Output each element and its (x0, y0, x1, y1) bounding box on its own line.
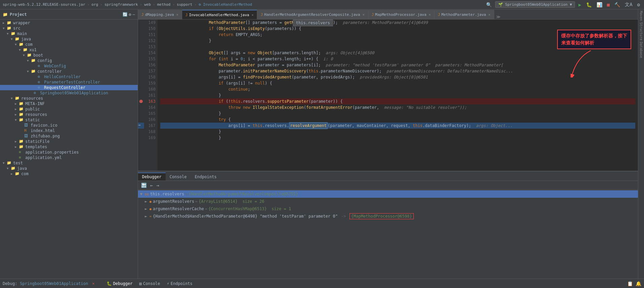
tab-close-icon[interactable]: × (429, 13, 431, 17)
structure-label[interactable]: Structure (639, 22, 643, 40)
tab-close-icon[interactable]: × (363, 13, 365, 17)
expand-icon[interactable]: ► (145, 199, 149, 204)
event-log-icon[interactable]: 📋 (627, 281, 633, 286)
tab-overflow-indicator[interactable]: ≫ (494, 14, 503, 19)
breadcrumb-org[interactable]: org (92, 2, 98, 7)
gutter-line (138, 135, 144, 141)
expand-icon[interactable]: ▼ (140, 192, 145, 196)
breadcrumb-method[interactable]: method (157, 2, 171, 7)
bottom-tab-console[interactable]: ▤ Console (137, 281, 163, 287)
app-name-label[interactable]: Springboot05Web01Application (20, 281, 88, 286)
debug-button[interactable]: 🐛 (585, 1, 593, 8)
tab-close-icon[interactable]: × (176, 13, 178, 17)
breadcrumb-web[interactable]: web (144, 2, 151, 7)
tree-item-app-yml[interactable]: ▶ ≡ application.yml (0, 155, 138, 160)
editor-tabs: J dMapping.java × J InvocableHandlerMeth… (138, 9, 638, 20)
bottom-right-actions: 📋 🔔 (627, 281, 641, 286)
tab-close-icon[interactable]: × (488, 13, 490, 17)
tree-item-parametertestcontroller[interactable]: ▶ ⚙ ParameterTestController (0, 79, 138, 85)
tree-item-static[interactable]: ▼ 📁 static (0, 117, 138, 123)
tree-arrow: ▶ (15, 140, 19, 143)
debug-row-handler-method[interactable]: ► = {HandlerMethod$HandlerMethodParamete… (138, 213, 638, 220)
breadcrumb-support[interactable]: support (177, 2, 192, 7)
tab-methodparameter[interactable]: J MethodParameter.java × (435, 10, 494, 19)
tree-arrow: ▼ (3, 27, 7, 30)
expand-icon[interactable]: ► (145, 214, 149, 219)
tree-item-favicon[interactable]: ▶ 🖼 favicon.ico (0, 123, 138, 128)
tree-item-public[interactable]: ▶ 📁 public (0, 106, 138, 112)
tab-invocablehandlermethod[interactable]: J InvocableHandlerMethod.java × (182, 10, 257, 19)
tree-item-config[interactable]: ▼ 📁 config (0, 58, 138, 63)
close-debug-icon[interactable]: × (92, 281, 95, 286)
tree-item-test-java[interactable]: ▼ 📁 java (0, 166, 138, 171)
search-everywhere-icon[interactable]: 🔍 (485, 1, 493, 8)
tree-item-wrapper[interactable]: ▶ 📁 wrapper (0, 20, 138, 26)
tree-item-resources[interactable]: ▼ 📁 resources (0, 96, 138, 101)
stop-button[interactable]: ■ (606, 1, 611, 8)
tab-mapmethodprocessor[interactable]: J MapMethodProcessor.java × (368, 10, 435, 19)
breadcrumb-jar[interactable]: spring-web-5.2.12.RELEASE-sources.jar (3, 2, 85, 7)
endpoints-tab[interactable]: Endpoints (191, 173, 221, 181)
tree-label: zhifubao.png (31, 134, 60, 138)
tab-close-icon[interactable]: × (251, 13, 253, 17)
console-tab[interactable]: Console (166, 173, 191, 181)
collapse-icon[interactable]: — (133, 12, 135, 17)
tree-item-test[interactable]: ▼ 📁 test (0, 160, 138, 166)
bottom-tab-endpoints[interactable]: ⚡ Endpoints (164, 281, 195, 287)
run-config-selector[interactable]: 🌱 Springboot05Web01Application ▼ (495, 1, 575, 8)
sync-icon[interactable]: 🔄 (123, 12, 128, 17)
line-num: 151 (146, 32, 156, 38)
translate-icon[interactable]: 文A (623, 1, 634, 8)
debug-nav-back-icon[interactable]: 🔙 (140, 182, 148, 188)
debug-variables[interactable]: ▼ oo this.resolvers = {HandlerMethodArgu… (138, 190, 638, 279)
tree-item-webconfig[interactable]: ▶ ⚙ WebConfig (0, 63, 138, 69)
tree-item-hellocontroller[interactable]: ▶ ⚙ HelloController (0, 74, 138, 79)
project-tree[interactable]: ▶ 📁 wrapper ▼ 📁 src ▼ 📁 main ▼ (0, 20, 138, 279)
tree-item-main[interactable]: ▼ 📁 main (0, 31, 138, 36)
tree-item-springboot-app[interactable]: ▶ ⚙ Springboot05Web01Application (0, 90, 138, 96)
tree-item-test-com[interactable]: ▶ 📁 com (0, 171, 138, 177)
run-button[interactable]: ▶ (577, 1, 582, 8)
tab-handlermethodargumentresolvercomposite[interactable]: J HandlerMethodArgumentResolverComposite… (257, 10, 368, 19)
bottom-tab-debugger[interactable]: 🐛 Debugger (104, 281, 135, 287)
tree-item-xu1[interactable]: ▼ 📁 xu1 (0, 47, 138, 53)
tree-item-resources-sub[interactable]: ▶ 📁 resources (0, 112, 138, 117)
tree-item-com[interactable]: ▼ 📁 com (0, 42, 138, 47)
tree-item-metainf[interactable]: ▶ 📁 META-INF (0, 101, 138, 106)
debug-row-resolvers[interactable]: ▼ oo this.resolvers = {HandlerMethodArgu… (138, 190, 638, 198)
notification-icon[interactable]: 🔔 (636, 281, 641, 286)
breadcrumb-springframework[interactable]: springframework (104, 2, 138, 7)
expand-icon[interactable]: ► (145, 206, 149, 211)
tree-item-src[interactable]: ▼ 📁 src (0, 26, 138, 31)
tree-item-requestcontroller[interactable]: ▶ ⚙ RequestController (0, 85, 138, 90)
tree-item-controller[interactable]: ▼ 📁 controller (0, 69, 138, 74)
gutter-line (138, 86, 144, 92)
debugger-tab[interactable]: Debugger (138, 172, 166, 181)
code-line-161: } (160, 92, 635, 98)
tree-label: application.properties (25, 150, 79, 155)
debug-row-argumentresolvercache[interactable]: ► ● argumentResolverCache = {ConcurrentH… (138, 205, 638, 213)
debug-nav-left-icon[interactable]: ← (149, 182, 154, 188)
debug-value: {MapMethodProcessor@6598} (351, 214, 412, 219)
database-label[interactable]: Database (639, 42, 643, 58)
tree-item-java[interactable]: ▼ 📁 java (0, 36, 138, 42)
tree-item-staticfile[interactable]: ▶ 📁 staticFile (0, 139, 138, 144)
annotation-arrow (571, 51, 598, 78)
tree-item-templates[interactable]: ▶ 📁 templates (0, 144, 138, 150)
debug-nav-right-icon[interactable]: → (155, 182, 160, 188)
tree-item-zhifubao[interactable]: ▶ 🖼 zhifubao.png (0, 133, 138, 139)
tree-item-boot[interactable]: ▼ 📁 boot (0, 53, 138, 58)
settings-icon[interactable]: ⚙ (636, 1, 641, 8)
tree-item-app-properties[interactable]: ▶ ≡ application.properties (0, 150, 138, 155)
tree-item-indexhtml[interactable]: ▶ H index.html (0, 128, 138, 133)
build-button[interactable]: 🔨 (613, 1, 621, 8)
tree-arrow: ▼ (7, 167, 11, 170)
tree-label: java (17, 166, 27, 171)
coverage-button[interactable]: 📊 (595, 1, 604, 8)
maven-label[interactable]: Maven (639, 11, 643, 21)
debug-row-argumentresolvers[interactable]: ► ● argumentResolvers = {ArrayList@6514}… (138, 198, 638, 205)
gear-icon[interactable]: ⚙ (129, 12, 131, 17)
tab-dmapping[interactable]: J dMapping.java × (138, 10, 182, 19)
class-icon: ⚙ (38, 64, 43, 68)
tree-label-templates: templates (25, 145, 47, 149)
